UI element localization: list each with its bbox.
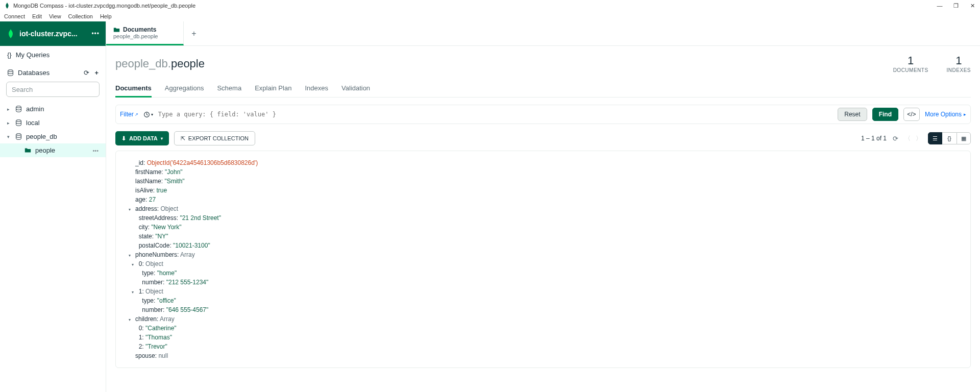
find-button[interactable]: Find xyxy=(872,108,898,121)
sidebar-item-databases[interactable]: Databases ⟳ + xyxy=(0,64,106,82)
indexes-count: 1 xyxy=(947,54,971,67)
doc-line[interactable]: ▾ 1: Object xyxy=(125,287,961,296)
doc-line[interactable]: isAlive: true xyxy=(125,186,961,195)
connection-name: iot-cluster.zvpc... xyxy=(19,30,87,38)
doc-line[interactable]: lastName: "Smith" xyxy=(125,177,961,186)
collection-stats: 1 DOCUMENTS 1 INDEXES xyxy=(893,54,971,73)
doc-line[interactable]: number: "646 555-4567" xyxy=(125,305,961,314)
chevron-down-icon: ▾ xyxy=(161,136,163,141)
caret-down-icon[interactable]: ▾ xyxy=(129,317,134,323)
maximize-button[interactable]: ❐ xyxy=(952,3,960,9)
menu-edit[interactable]: Edit xyxy=(32,13,42,19)
menu-help[interactable]: Help xyxy=(100,13,112,19)
subtab-aggregations[interactable]: Aggregations xyxy=(165,80,204,97)
history-button[interactable]: ▾ xyxy=(143,111,153,118)
doc-line[interactable]: firstName: "John" xyxy=(125,167,961,177)
subtab-bar: Documents Aggregations Schema Explain Pl… xyxy=(115,80,971,97)
list-icon: ☰ xyxy=(933,135,938,142)
caret-down-icon[interactable]: ▾ xyxy=(132,262,137,268)
tab-title-text: Documents xyxy=(123,26,156,33)
tab-documents[interactable]: Documents people_db.people xyxy=(106,21,184,45)
doc-line[interactable]: ▾ phoneNumbers: Array xyxy=(125,250,961,259)
subtab-documents[interactable]: Documents xyxy=(115,80,152,97)
database-icon xyxy=(15,106,22,112)
code-toggle-button[interactable]: </> xyxy=(903,108,920,121)
download-icon: ⬇ xyxy=(121,135,126,142)
doc-line[interactable]: streetAddress: "21 2nd Street" xyxy=(125,213,961,223)
caret-right-icon: ▸ xyxy=(7,120,11,126)
doc-line[interactable]: ▾ 0: Object xyxy=(125,259,961,268)
doc-line[interactable]: type: "home" xyxy=(125,268,961,278)
content: Documents people_db.people + people_db.p… xyxy=(106,21,980,392)
add-database-icon[interactable]: + xyxy=(94,69,99,77)
collection-menu-icon[interactable]: ••• xyxy=(92,148,99,154)
my-queries-label: My Queries xyxy=(16,51,50,59)
collection-item-people[interactable]: people ••• xyxy=(0,143,106,157)
menu-connect[interactable]: Connect xyxy=(4,13,25,19)
braces-icon: {} xyxy=(947,135,951,141)
close-window-button[interactable]: ✕ xyxy=(969,3,976,9)
menu-view[interactable]: View xyxy=(49,13,61,19)
doc-line[interactable]: city: "New York" xyxy=(125,223,961,232)
doc-line[interactable]: number: "212 555-1234" xyxy=(125,278,961,287)
db-name: admin xyxy=(26,105,44,113)
action-row: ⬇ ADD DATA ▾ ⇱ EXPORT COLLECTION 1 – 1 o… xyxy=(115,131,971,145)
table-icon: ▦ xyxy=(961,135,966,142)
folder-icon xyxy=(113,27,120,33)
caret-down-icon[interactable]: ▾ xyxy=(129,253,134,259)
view-list-button[interactable]: ☰ xyxy=(928,132,942,144)
doc-line[interactable]: ▾ children: Array xyxy=(125,314,961,324)
svg-point-0 xyxy=(8,70,13,72)
subtab-indexes[interactable]: Indexes xyxy=(305,80,328,97)
add-tab-button[interactable]: + xyxy=(184,21,204,45)
db-item-admin[interactable]: ▸ admin xyxy=(0,102,106,116)
subtab-explain-plan[interactable]: Explain Plan xyxy=(255,80,291,97)
refresh-icon[interactable]: ⟳ xyxy=(893,135,898,142)
clock-icon xyxy=(143,111,150,118)
doc-line[interactable]: type: "office" xyxy=(125,296,961,305)
db-item-people-db[interactable]: ▾ people_db xyxy=(0,130,106,143)
document-card[interactable]: _id: ObjectId('6422a45461306b5d6830826d'… xyxy=(115,151,971,368)
export-collection-button[interactable]: ⇱ EXPORT COLLECTION xyxy=(174,131,255,145)
braces-icon: {} xyxy=(7,51,12,59)
doc-line[interactable]: postalCode: "10021-3100" xyxy=(125,241,961,250)
doc-line[interactable]: 1: "Thomas" xyxy=(125,333,961,342)
add-data-button[interactable]: ⬇ ADD DATA ▾ xyxy=(115,131,169,145)
subtab-schema[interactable]: Schema xyxy=(217,80,241,97)
caret-down-icon[interactable]: ▾ xyxy=(132,289,137,296)
doc-line[interactable]: 0: "Catherine" xyxy=(125,324,961,333)
indexes-label: INDEXES xyxy=(947,67,971,73)
documents-count: 1 xyxy=(893,54,928,67)
connection-menu-icon[interactable]: ••• xyxy=(91,30,100,37)
more-options-button[interactable]: More Options ▸ xyxy=(925,111,966,118)
refresh-icon[interactable]: ⟳ xyxy=(84,69,89,77)
caret-down-icon: ▾ xyxy=(7,134,11,139)
view-table-button[interactable]: ▦ xyxy=(957,132,971,144)
svg-point-2 xyxy=(16,120,21,122)
view-json-button[interactable]: {} xyxy=(942,132,957,144)
filter-input[interactable] xyxy=(158,111,833,118)
doc-line[interactable]: _id: ObjectId('6422a45461306b5d6830826d'… xyxy=(125,158,961,167)
database-list: ▸ admin ▸ local ▾ people_db people ••• xyxy=(0,101,106,158)
connection-header[interactable]: iot-cluster.zvpc... ••• xyxy=(0,21,106,46)
caret-right-icon: ▸ xyxy=(7,107,11,112)
search-input[interactable] xyxy=(6,82,100,97)
code-icon: </> xyxy=(907,111,916,118)
doc-line[interactable]: 2: "Trevor" xyxy=(125,342,961,351)
filter-label[interactable]: Filter↗ xyxy=(120,111,138,118)
doc-line[interactable]: age: 27 xyxy=(125,195,961,204)
external-link-icon: ↗ xyxy=(135,112,138,117)
doc-line[interactable]: ▾ address: Object xyxy=(125,204,961,213)
reset-button[interactable]: Reset xyxy=(838,108,867,121)
menu-collection[interactable]: Collection xyxy=(68,13,93,19)
prev-page-button[interactable]: 〈 xyxy=(904,134,911,143)
doc-line[interactable]: state: "NY" xyxy=(125,232,961,241)
database-icon xyxy=(15,119,22,126)
doc-line[interactable]: spouse: null xyxy=(125,351,961,360)
next-page-button[interactable]: 〉 xyxy=(916,134,922,143)
minimize-button[interactable]: ― xyxy=(936,3,943,9)
db-item-local[interactable]: ▸ local xyxy=(0,116,106,130)
sidebar-item-my-queries[interactable]: {} My Queries xyxy=(0,46,106,64)
subtab-validation[interactable]: Validation xyxy=(341,80,370,97)
caret-down-icon[interactable]: ▾ xyxy=(129,207,134,213)
